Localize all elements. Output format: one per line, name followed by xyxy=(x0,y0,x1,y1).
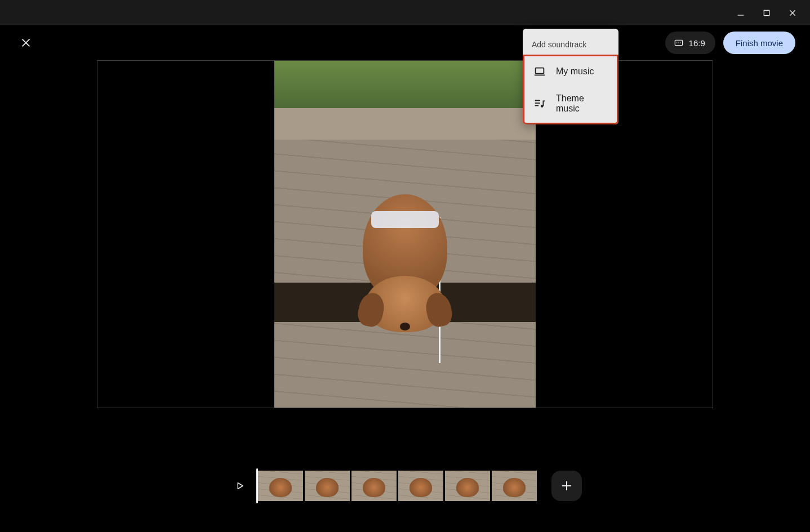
preview-frame[interactable] xyxy=(274,61,536,408)
maximize-icon xyxy=(762,8,771,17)
clip-thumbnail[interactable] xyxy=(258,471,303,501)
timeline xyxy=(0,471,810,501)
minimize-icon xyxy=(736,8,745,17)
window-minimize-button[interactable] xyxy=(728,0,754,25)
clip-thumbnail[interactable] xyxy=(445,471,490,501)
close-icon xyxy=(788,8,797,17)
aspect-ratio-button[interactable]: 16:9 xyxy=(665,32,715,54)
clip-strip[interactable] xyxy=(258,471,537,501)
close-editor-button[interactable] xyxy=(15,32,37,54)
clip-thumbnail[interactable] xyxy=(398,471,443,501)
soundtrack-menu-title: Add soundtrack xyxy=(523,32,618,55)
aspect-ratio-icon xyxy=(673,38,684,47)
clip-thumbnail[interactable] xyxy=(305,471,350,501)
svg-point-2 xyxy=(677,42,677,43)
svg-point-4 xyxy=(680,42,680,43)
finish-movie-button[interactable]: Finish movie xyxy=(723,32,795,54)
svg-point-3 xyxy=(678,42,679,43)
close-icon xyxy=(20,37,32,49)
clip-thumbnail[interactable] xyxy=(351,471,397,501)
soundtrack-menu: Add soundtrack My music Theme music xyxy=(523,29,618,124)
theme-music-option[interactable]: Theme music xyxy=(524,86,617,122)
queue-music-icon xyxy=(533,97,546,110)
add-clip-button[interactable] xyxy=(551,471,582,501)
laptop-icon xyxy=(533,65,546,78)
play-icon xyxy=(235,481,245,491)
aspect-ratio-label: 16:9 xyxy=(689,38,705,48)
svg-rect-5 xyxy=(536,68,544,74)
clip-thumbnail[interactable] xyxy=(492,471,537,501)
window-close-button[interactable] xyxy=(780,0,805,25)
editor-top-bar: 16:9 Finish movie xyxy=(0,25,810,60)
window-maximize-button[interactable] xyxy=(754,0,780,25)
svg-rect-0 xyxy=(764,10,769,15)
my-music-label: My music xyxy=(556,66,594,77)
plus-icon xyxy=(560,479,573,493)
preview-canvas xyxy=(97,60,713,408)
my-music-option[interactable]: My music xyxy=(524,57,617,86)
window-titlebar xyxy=(0,0,810,25)
theme-music-label: Theme music xyxy=(556,93,608,114)
play-button[interactable] xyxy=(229,475,251,497)
